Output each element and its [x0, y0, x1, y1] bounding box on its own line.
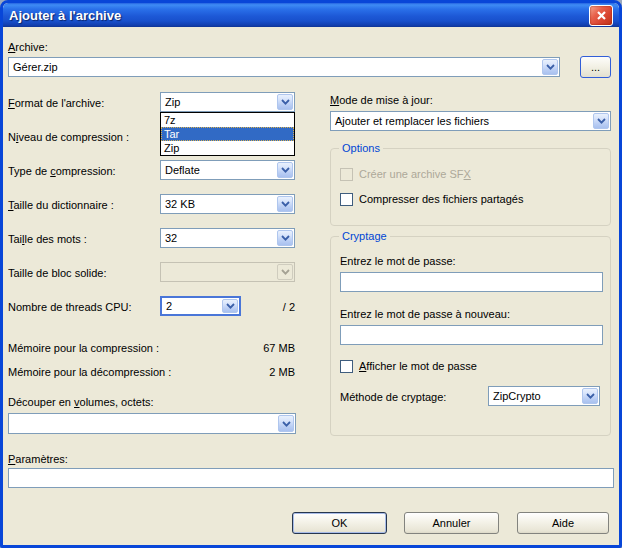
cpu-threads-combobox[interactable]: 2 [160, 296, 241, 316]
solid-block-size-value [161, 263, 276, 281]
chevron-down-icon [277, 264, 293, 280]
archive-combobox-value: Gérer.zip [9, 58, 541, 76]
update-mode-label: Mode de mise à jour: [330, 94, 433, 107]
create-sfx-checkbox [340, 168, 353, 181]
ok-button[interactable]: OK [292, 512, 387, 534]
help-button[interactable]: Aide [517, 512, 609, 534]
chevron-down-icon[interactable] [277, 230, 293, 246]
titlebar[interactable]: Ajouter à l'archive [3, 3, 619, 27]
password-repeat-label: Entrez le mot de passe à nouveau: [340, 308, 510, 321]
chevron-down-icon[interactable] [277, 162, 293, 178]
format-dropdown-list: 7z Tar Zip [160, 112, 295, 156]
split-volumes-combobox[interactable] [8, 413, 296, 434]
dialog-body: Archive: Gérer.zip ... Format de l'archi… [3, 27, 619, 545]
compression-type-combobox[interactable]: Deflate [160, 160, 295, 180]
memory-compression-label: Mémoire pour la compression : [8, 342, 159, 355]
dropdown-item-selected[interactable]: Tar [161, 127, 294, 141]
browse-button[interactable]: ... [580, 56, 611, 78]
chevron-down-icon[interactable] [222, 299, 238, 313]
dropdown-item[interactable]: Zip [161, 141, 294, 155]
dictionary-size-combobox[interactable]: 32 KB [160, 194, 295, 214]
archive-label: Archive: [8, 41, 48, 54]
password-label: Entrez le mot de passe: [340, 255, 456, 268]
word-size-combobox[interactable]: 32 [160, 228, 295, 248]
options-group-title: Options [339, 142, 383, 155]
parameters-label: Paramètres: [8, 453, 68, 466]
chevron-down-icon[interactable] [582, 388, 598, 404]
close-icon [596, 10, 607, 21]
create-sfx-label: Créer une archive SFX [359, 168, 471, 181]
compress-shared-label: Compresser des fichiers partagés [359, 193, 523, 206]
chevron-down-icon[interactable] [593, 113, 609, 129]
dropdown-item[interactable]: 7z [161, 113, 294, 127]
word-size-label: Taille des mots : [8, 233, 87, 246]
compress-shared-checkbox[interactable] [340, 193, 353, 206]
memory-compression-value: 67 MB [215, 342, 295, 355]
chevron-down-icon[interactable] [542, 59, 558, 75]
cpu-threads-value: 2 [162, 298, 221, 314]
dictionary-size-label: Taille du dictionnaire : [8, 199, 114, 212]
split-volumes-value [9, 414, 277, 433]
update-mode-combobox[interactable]: Ajouter et remplacer les fichiers [330, 111, 611, 131]
window-title: Ajouter à l'archive [9, 8, 589, 23]
format-label: Format de l'archive: [8, 97, 104, 110]
solid-block-size-combobox [160, 262, 295, 282]
options-groupbox: Options [330, 148, 611, 226]
password-repeat-input[interactable] [340, 325, 603, 345]
encryption-method-value: ZipCrypto [489, 387, 581, 405]
encryption-method-label: Méthode de cryptage: [340, 391, 446, 404]
dictionary-size-value: 32 KB [161, 195, 276, 213]
encryption-method-combobox[interactable]: ZipCrypto [488, 386, 600, 406]
compression-type-value: Deflate [161, 161, 276, 179]
split-volumes-label: Découper en volumes, octets: [8, 396, 154, 409]
memory-decompression-value: 2 MB [215, 366, 295, 379]
format-combobox[interactable]: Zip [160, 92, 295, 112]
solid-block-size-label: Taille de bloc solide: [8, 267, 106, 280]
encryption-group-title: Cryptage [339, 230, 390, 243]
cancel-button[interactable]: Annuler [404, 512, 499, 534]
update-mode-value: Ajouter et remplacer les fichiers [331, 112, 592, 130]
word-size-value: 32 [161, 229, 276, 247]
compression-level-label: Niveau de compression : [8, 131, 129, 144]
show-password-checkbox[interactable] [340, 360, 353, 373]
show-password-label: Afficher le mot de passe [359, 360, 477, 373]
parameters-input[interactable] [8, 468, 614, 488]
compression-type-label: Type de compression: [8, 165, 116, 178]
cpu-threads-label: Nombre de threads CPU: [8, 301, 132, 314]
cpu-threads-max: / 2 [250, 301, 295, 314]
archive-combobox[interactable]: Gérer.zip [8, 57, 560, 77]
password-input[interactable] [340, 272, 603, 292]
add-to-archive-dialog: Ajouter à l'archive Archive: Gérer.zip .… [0, 0, 622, 548]
chevron-down-icon[interactable] [278, 415, 294, 432]
memory-decompression-label: Mémoire pour la décompression : [8, 366, 171, 379]
chevron-down-icon[interactable] [277, 94, 293, 110]
format-combobox-value: Zip [161, 93, 276, 111]
close-button[interactable] [589, 5, 613, 26]
chevron-down-icon[interactable] [277, 196, 293, 212]
